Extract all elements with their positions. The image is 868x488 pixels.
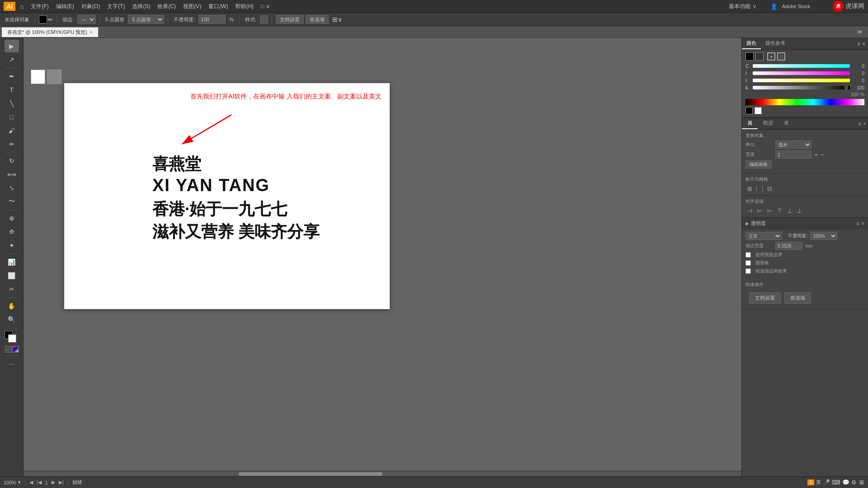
arrange-icon[interactable]: ⊞∨ — [332, 16, 342, 23]
paintbrush-tool[interactable]: 🖌 — [5, 124, 19, 137]
color-fg-bg[interactable] — [5, 331, 19, 343]
document-tab[interactable]: 喜燕堂* @ 100% (CMYK/GPU 预览) × — [2, 27, 98, 37]
prop-tab-properties[interactable]: 属 — [742, 118, 758, 129]
stroke-width-input[interactable] — [775, 242, 802, 250]
color-reference-tab[interactable]: 颜色参考 — [761, 38, 790, 49]
menu-file[interactable]: 文件(F) — [27, 1, 52, 12]
fill-swatch[interactable] — [39, 15, 47, 23]
hand-tool[interactable]: ✋ — [5, 300, 19, 312]
canvas-area[interactable]: 首先我们打开AI软件，在画布中输 入我们的主文案、副文案以及英文 喜燕堂 XI … — [24, 38, 741, 476]
zoom-control[interactable]: 100% ▾ — [4, 479, 21, 485]
menu-text[interactable]: 文字(T) — [104, 1, 128, 12]
decrement-btn[interactable]: − — [821, 151, 824, 158]
blend-mode-select[interactable]: 正常 — [745, 232, 782, 240]
k-slider[interactable] — [753, 86, 850, 89]
tab-close-btn[interactable]: × — [90, 30, 93, 35]
transparency-expand[interactable]: ▶ — [745, 221, 749, 226]
scale-tool[interactable]: ⤡ — [5, 182, 19, 194]
prop-menu-icon[interactable]: ≡ — [858, 121, 861, 127]
style-swatch[interactable] — [260, 15, 268, 23]
warp-tool[interactable]: 〜 — [5, 195, 19, 208]
menu-object[interactable]: 对象(O) — [78, 1, 104, 12]
white-swatch[interactable] — [755, 107, 762, 114]
prop-tab-library[interactable]: 库 — [778, 118, 794, 129]
points-select[interactable]: 5 点圆形 — [128, 15, 164, 24]
bg-color[interactable] — [8, 334, 16, 343]
snap-icon[interactable]: ⊟ — [765, 184, 774, 192]
quick-prefs-btn[interactable]: 首选项 — [784, 292, 811, 304]
menu-help[interactable]: 帮助(H) — [231, 1, 257, 12]
pencil-tool[interactable]: ✏ — [5, 138, 19, 150]
stroke-select[interactable]: — — [77, 15, 96, 24]
mic-icon[interactable]: 🎤 — [823, 479, 830, 486]
line-tool[interactable]: ╲ — [5, 97, 19, 110]
slice-tool[interactable]: ✂ — [5, 283, 19, 296]
panel-toggle[interactable]: ≫ — [854, 29, 866, 35]
opacity-select[interactable]: 100% — [810, 232, 837, 240]
scale-stroke-checkbox[interactable] — [745, 268, 751, 274]
zoom-dropdown-icon[interactable]: ▾ — [18, 479, 21, 485]
spectrum-icon[interactable]: ◈ — [767, 52, 775, 61]
quick-doc-setup-btn[interactable]: 文档设置 — [749, 292, 781, 304]
symbol-spray-tool[interactable]: ✦ — [5, 239, 19, 252]
chart-tool[interactable]: 📊 — [5, 256, 19, 268]
keyboard-icon[interactable]: ⌨ — [832, 479, 840, 486]
gradient-bar[interactable] — [745, 99, 864, 105]
increment-btn[interactable]: + — [814, 151, 818, 158]
view-mode[interactable]: □ ∨ — [257, 1, 274, 11]
settings-icon[interactable]: ⚙ — [851, 479, 857, 486]
home-icon[interactable]: ⌂ — [20, 3, 24, 10]
width-input[interactable] — [775, 150, 811, 159]
menu-select[interactable]: 选择(S) — [128, 1, 154, 12]
align-center-v-icon[interactable]: ⊥ — [785, 206, 793, 215]
transparency-menu[interactable]: ≡ — [856, 221, 859, 227]
user-icon[interactable]: 👤 — [770, 3, 778, 10]
blend-tool[interactable]: ⟰ — [5, 225, 19, 238]
fg-color-swatch[interactable] — [745, 52, 754, 61]
shape-builder-tool[interactable]: ⊕ — [5, 212, 19, 225]
more-tools[interactable]: ··· — [5, 357, 19, 370]
gradient-swatch[interactable] — [12, 346, 19, 352]
sougou-icon[interactable]: S — [807, 479, 814, 485]
align-center-h-icon[interactable]: ⊢ — [755, 206, 764, 215]
use-preview-checkbox[interactable] — [745, 252, 751, 258]
round-corners-checkbox[interactable] — [745, 260, 751, 266]
edit-artboard-btn[interactable]: 编辑画板 — [745, 160, 772, 169]
unit-select[interactable]: 毫米 — [775, 141, 811, 149]
none-swatch[interactable]: ∅ — [5, 346, 11, 352]
bg-color-swatch[interactable] — [755, 52, 764, 61]
zoom-tool[interactable]: 🔍 — [5, 313, 19, 326]
h-scrollbar[interactable] — [24, 471, 741, 476]
page-first-btn[interactable]: |◀ — [37, 479, 42, 485]
stroke-icon[interactable]: ✏ — [48, 16, 53, 23]
cmyk-icon[interactable]: ⬡ — [777, 52, 785, 61]
page-prev-btn[interactable]: ◀ — [29, 479, 33, 485]
opacity-input[interactable] — [198, 15, 226, 24]
h-scroll-thumb[interactable] — [239, 472, 382, 476]
lang-icon[interactable]: 英 — [816, 479, 821, 486]
rotate-tool[interactable]: ↻ — [5, 155, 19, 167]
selection-tool[interactable]: ▶ — [5, 40, 19, 52]
basic-func-label[interactable]: 基本功能 ∨ — [729, 3, 756, 10]
page-last-btn[interactable]: ▶| — [59, 479, 64, 485]
adobe-stock-label[interactable]: Adobe Stock — [782, 4, 810, 9]
transparency-close[interactable]: × — [861, 221, 864, 227]
chat-icon[interactable]: 💬 — [842, 479, 849, 486]
y-slider[interactable] — [753, 79, 850, 82]
canvas-swatch-gray[interactable] — [47, 70, 61, 84]
monitor-icon[interactable]: 🖥 — [859, 479, 864, 486]
direct-selection-tool[interactable]: ↗ — [5, 53, 19, 66]
prop-close-icon[interactable]: × — [863, 121, 866, 127]
align-top-icon[interactable]: ⊤ — [775, 206, 783, 215]
menu-effect[interactable]: 效果(C) — [154, 1, 179, 12]
menu-window[interactable]: 窗口(W) — [205, 1, 231, 12]
artboard-tool[interactable]: ⬜ — [5, 269, 19, 282]
ruler-icon[interactable]: ⊞ — [745, 184, 754, 192]
doc-setup-btn[interactable]: 文档设置 — [276, 15, 304, 24]
prop-tab-layers[interactable]: 图层 — [758, 118, 778, 129]
align-bottom-icon[interactable]: ⊥ — [795, 206, 803, 215]
page-next-btn[interactable]: ▶ — [52, 479, 55, 485]
grid-icon[interactable]: ⋮⋮ — [755, 184, 764, 192]
collapse-icon[interactable]: ≡ — [857, 41, 860, 47]
prefs-btn[interactable]: 首选项 — [306, 15, 329, 24]
